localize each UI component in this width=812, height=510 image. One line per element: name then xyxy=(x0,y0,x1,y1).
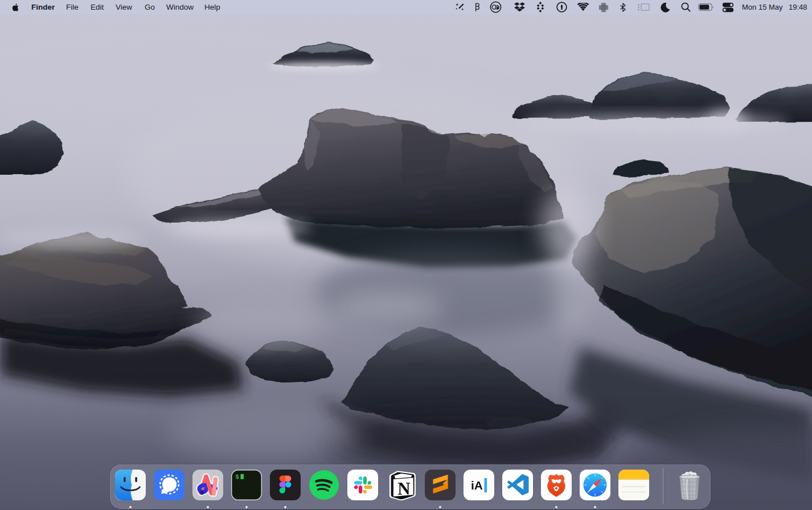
svg-text:$: $ xyxy=(236,474,239,480)
svg-text:N: N xyxy=(397,479,410,499)
svg-text:iA: iA xyxy=(471,479,483,492)
